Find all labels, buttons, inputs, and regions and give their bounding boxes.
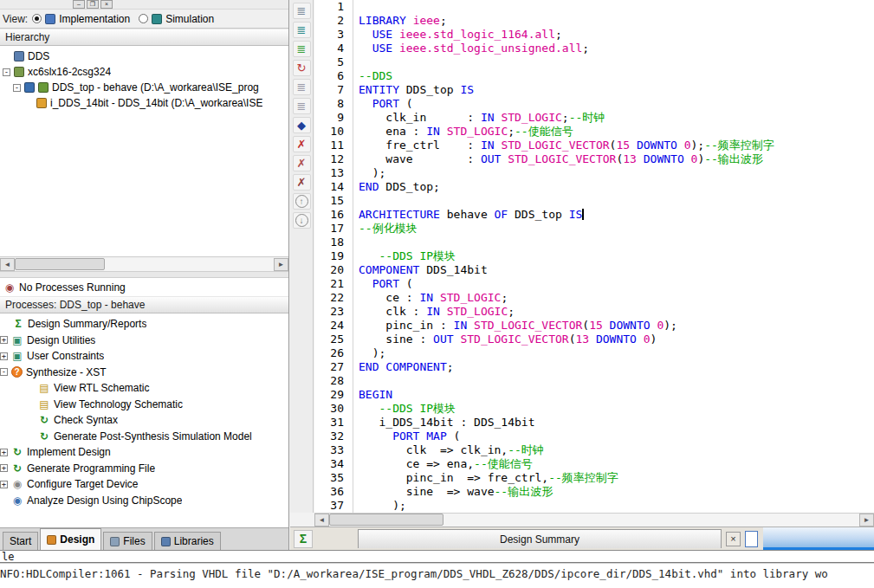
close-icon[interactable]: × [100, 0, 113, 9]
panel-tab-files[interactable]: Files [103, 532, 152, 550]
process-item-design-utilities[interactable]: +▣Design Utilities [0, 333, 288, 349]
goto-line-icon[interactable]: ≣ [293, 22, 311, 38]
code-line[interactable]: 35 pinc_in => fre_ctrl,--频率控制字 [314, 471, 874, 485]
process-item-generate-programming-file[interactable]: +↻Generate Programming File [0, 461, 288, 477]
process-item-user-constraints[interactable]: +▣User Constraints [0, 348, 288, 365]
process-item-analyze-design-using-chipscope[interactable]: ◉Analyze Design Using ChipScope [0, 493, 288, 509]
restore-icon[interactable]: ❐ [87, 0, 99, 9]
panel-splitter[interactable] [0, 271, 288, 278]
code-line[interactable]: 36 sine => wave--输出波形 [314, 485, 874, 499]
code-line[interactable]: 24 pinc_in : IN STD_LOGIC_VECTOR(15 DOWN… [314, 319, 874, 333]
code-editor[interactable]: 12LIBRARY ieee;3 USE ieee.std_logic_1164… [314, 0, 874, 513]
refresh-icon[interactable]: ↻ [293, 60, 311, 76]
code-line[interactable]: 9 clk_in : IN STD_LOGIC;--时钟 [314, 111, 874, 125]
expand-icon[interactable]: + [0, 336, 8, 344]
process-item-implement-design[interactable]: +↻Implement Design [0, 444, 288, 461]
collapse-icon[interactable]: - [13, 84, 21, 92]
code-line[interactable]: 8 PORT ( [314, 97, 874, 111]
code-line[interactable]: 21 PORT ( [314, 277, 874, 291]
process-item-generate-post-synthesis-simulation-model[interactable]: ↻Generate Post-Synthesis Simulation Mode… [0, 429, 288, 445]
outline-view-icon[interactable]: ≣ [293, 3, 311, 19]
hierarchy-item[interactable]: -xc6slx16-2csg324 [0, 64, 288, 80]
code-line[interactable]: 12 wave : OUT STD_LOGIC_VECTOR(13 DOWNTO… [314, 152, 874, 166]
view-option-implementation[interactable]: Implementation [32, 13, 130, 25]
code-line[interactable]: 13 ); [314, 166, 874, 180]
scroll-right-icon[interactable]: ► [859, 514, 874, 527]
prev-bookmark-icon[interactable]: ✗ [293, 155, 311, 171]
close-tab-icon[interactable]: × [726, 532, 741, 546]
editor-scrollbar-thumb[interactable] [329, 514, 443, 526]
panel-tab-design[interactable]: Design [40, 528, 101, 550]
scroll-down-icon[interactable]: ↓ [293, 212, 311, 229]
hierarchy-hscrollbar[interactable]: ◄ ► [0, 256, 288, 271]
indent-icon[interactable]: ≣ [293, 79, 311, 95]
scroll-right-icon[interactable]: ► [274, 258, 288, 271]
hierarchy-item[interactable]: -DDS_top - behave (D:\A_workarea\ISE_pro… [0, 80, 288, 95]
code-line[interactable]: 1 [314, 0, 874, 14]
process-item-synthesize-xst[interactable]: -?Synthesize - XST [0, 365, 288, 381]
code-line[interactable]: 19 --DDS IP模块 [314, 249, 874, 263]
expand-icon[interactable]: + [0, 464, 8, 472]
code-line[interactable]: 6--DDS [314, 69, 874, 83]
radio-simulation[interactable] [139, 14, 148, 23]
code-line[interactable]: 15 [314, 194, 874, 208]
document-icon[interactable] [745, 531, 758, 547]
language-template-icon[interactable]: ≣ [293, 41, 311, 57]
expand-icon[interactable]: + [0, 481, 8, 488]
design-summary-icon[interactable]: Σ [294, 530, 313, 548]
process-item-check-syntax[interactable]: ↻Check Syntax [0, 412, 288, 429]
collapse-icon[interactable]: - [0, 368, 8, 376]
code-line[interactable]: 29BEGIN [314, 388, 874, 402]
code-line[interactable]: 26 ); [314, 346, 874, 360]
process-item-design-summary-reports[interactable]: ΣDesign Summary/Reports [0, 316, 288, 333]
process-item-view-rtl-schematic[interactable]: ▤View RTL Schematic [0, 380, 288, 397]
panel-tab-start[interactable]: Start [3, 532, 38, 550]
scroll-left-icon[interactable]: ◄ [314, 514, 329, 527]
code-line[interactable]: 16ARCHITECTURE behave OF DDS_top IS [314, 208, 874, 222]
outdent-icon[interactable]: ≣ [293, 98, 311, 114]
code-line[interactable]: 34 ce => ena,--使能信号 [314, 457, 874, 471]
code-line[interactable]: 7ENTITY DDS_top IS [314, 83, 874, 97]
code-line[interactable]: 10 ena : IN STD_LOGIC;--使能信号 [314, 125, 874, 139]
collapse-icon[interactable]: - [3, 68, 10, 76]
process-item-configure-target-device[interactable]: +◉Configure Target Device [0, 476, 288, 493]
clear-bookmarks-icon[interactable]: ✗ [293, 174, 311, 191]
code-line[interactable]: 28 [314, 374, 874, 388]
code-line[interactable]: 11 fre_ctrl : IN STD_LOGIC_VECTOR(15 DOW… [314, 139, 874, 152]
code-line[interactable]: 3 USE ieee.std_logic_1164.all; [314, 28, 874, 42]
code-line[interactable]: 37 ); [314, 499, 874, 513]
minimize-icon[interactable]: – [73, 0, 85, 9]
code-line[interactable]: 32 PORT MAP ( [314, 430, 874, 443]
radio-implementation[interactable] [32, 14, 42, 23]
tab-design-summary[interactable]: Design Summary [358, 529, 722, 548]
code-line[interactable]: 5 [314, 55, 874, 69]
scrollbar-track[interactable] [15, 258, 274, 271]
view-option-simulation[interactable]: Simulation [139, 13, 214, 25]
next-bookmark-icon[interactable]: ✗ [293, 136, 311, 152]
code-line[interactable]: 33 clk => clk_in,--时钟 [314, 443, 874, 457]
code-line[interactable]: 18 [314, 236, 874, 249]
code-line[interactable]: 23 clk : IN STD_LOGIC; [314, 305, 874, 319]
code-line[interactable]: 22 ce : IN STD_LOGIC; [314, 291, 874, 305]
code-line[interactable]: 17--例化模块 [314, 222, 874, 236]
code-line[interactable]: 4 USE ieee.std_logic_unsigned.all; [314, 42, 874, 55]
hierarchy-item[interactable]: DDS [0, 48, 288, 64]
code-line[interactable]: 20COMPONENT DDS_14bit [314, 263, 874, 277]
scroll-left-icon[interactable]: ◄ [0, 258, 15, 271]
editor-hscrollbar[interactable]: ◄ ► [314, 513, 874, 527]
code-line[interactable]: 30 --DDS IP模块 [314, 402, 874, 416]
toggle-bookmark-icon[interactable]: ◆ [293, 117, 311, 133]
hierarchy-item[interactable]: i_DDS_14bit - DDS_14bit (D:\A_workarea\I… [0, 95, 288, 111]
expand-icon[interactable]: + [0, 352, 8, 360]
expand-icon[interactable]: + [0, 449, 8, 456]
panel-tab-libraries[interactable]: Libraries [154, 532, 221, 550]
scrollbar-thumb[interactable] [15, 258, 105, 270]
code-line[interactable]: 27END COMPONENT; [314, 360, 874, 374]
process-item-view-technology-schematic[interactable]: ▤View Technology Schematic [0, 397, 288, 413]
scroll-up-icon[interactable]: ↑ [293, 193, 311, 210]
code-line[interactable]: 25 sine : OUT STD_LOGIC_VECTOR(13 DOWNTO… [314, 333, 874, 346]
editor-scrollbar-track[interactable] [329, 514, 859, 527]
code-line[interactable]: 2LIBRARY ieee; [314, 14, 874, 28]
code-line[interactable]: 14END DDS_top; [314, 180, 874, 194]
code-line[interactable]: 31 i_DDS_14bit : DDS_14bit [314, 416, 874, 430]
